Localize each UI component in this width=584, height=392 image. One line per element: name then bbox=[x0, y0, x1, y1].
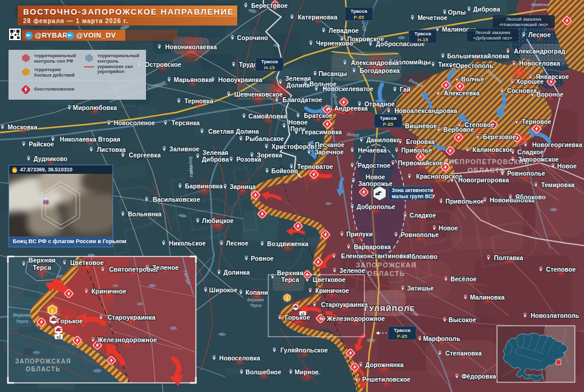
svg-text:Р-85: Р-85 bbox=[354, 15, 364, 20]
svg-text:Трасса: Трасса bbox=[394, 328, 411, 333]
svg-text:Егоровка: Егоровка bbox=[406, 139, 434, 145]
svg-text:Христофоровка: Христофоровка bbox=[271, 143, 321, 150]
svg-text:Горькое: Горькое bbox=[285, 314, 310, 321]
svg-text:Диброва: Диброва bbox=[202, 156, 229, 163]
svg-text:Александровка: Александровка bbox=[351, 60, 399, 66]
svg-text:Самойловка: Самойловка bbox=[248, 113, 287, 120]
svg-text:Лесное: Лесное bbox=[226, 240, 249, 247]
svg-text:Доброполье: Доброполье bbox=[356, 204, 395, 210]
svg-text:Андреевка: Андреевка bbox=[334, 105, 367, 112]
svg-text:Нечаевка: Нечаевка bbox=[358, 147, 387, 154]
svg-text:ЗАПОРОЖСКАЯ: ЗАПОРОЖСКАЯ bbox=[356, 261, 417, 269]
svg-text:Сергеевка: Сергеевка bbox=[129, 152, 161, 159]
svg-text:Новоселовка: Новоселовка bbox=[519, 60, 560, 67]
svg-text:Новое: Новое bbox=[288, 119, 308, 126]
svg-text:Лесной заказник: Лесной заказник bbox=[506, 16, 541, 22]
svg-text:Левадное: Левадное bbox=[328, 27, 359, 34]
svg-text:Терновое: Терновое bbox=[522, 119, 552, 125]
svg-text:1: 1 bbox=[51, 308, 54, 314]
svg-text:Новозлатополь: Новозлатополь bbox=[530, 312, 579, 319]
svg-text:Песчаное: Песчаное bbox=[315, 142, 345, 148]
svg-text:Марьяновка: Марьяновка bbox=[174, 77, 212, 83]
svg-text:Ровное: Ровное bbox=[251, 255, 274, 262]
svg-text:Писанцы: Писанцы bbox=[319, 70, 347, 77]
svg-text:Березовое: Березовое bbox=[483, 134, 516, 140]
svg-text:Яблоково: Яблоково bbox=[515, 194, 546, 201]
svg-text:Дудниково: Дудниково bbox=[33, 156, 68, 162]
svg-text:Зарница: Зарница bbox=[229, 184, 255, 190]
svg-text:Заливное: Заливное bbox=[169, 146, 200, 153]
svg-text:Братское: Братское bbox=[304, 112, 332, 119]
svg-text:Коломийцы: Коломийцы bbox=[394, 59, 431, 66]
svg-text:Калиновское: Калиновское bbox=[473, 146, 513, 153]
svg-text:Н-15: Н-15 bbox=[264, 65, 275, 70]
svg-text:Александроград: Александроград bbox=[514, 48, 566, 55]
svg-text:Староукраинка: Староукраинка bbox=[107, 314, 155, 321]
svg-text:Отрадное: Отрадное bbox=[364, 101, 395, 108]
svg-text:1: 1 bbox=[286, 296, 288, 300]
svg-text:Сладкое: Сладкое bbox=[409, 212, 436, 219]
svg-text:Зона активности: Зона активности bbox=[392, 188, 433, 193]
svg-text:Новое: Новое bbox=[557, 163, 577, 170]
svg-text:Гай: Гай bbox=[400, 86, 411, 93]
svg-text:Рыбальское: Рыбальское bbox=[245, 136, 284, 142]
svg-text:Красногорское: Красногорское bbox=[416, 173, 462, 180]
svg-text:Степановка: Степановка bbox=[445, 350, 482, 357]
svg-text:Барвиновка: Барвиновка bbox=[185, 183, 223, 190]
svg-text:Затишье: Затишье bbox=[407, 285, 434, 292]
svg-text:Криничное: Криничное bbox=[315, 287, 349, 294]
svg-text:Новоалександровка: Новоалександровка bbox=[394, 108, 457, 114]
svg-text:Марфополь: Марфополь bbox=[423, 335, 460, 342]
svg-text:Сладкое: Сладкое bbox=[517, 149, 544, 156]
svg-text:Терноватое: Терноватое bbox=[297, 163, 333, 170]
svg-text:Миролюбовка: Миролюбовка bbox=[73, 105, 117, 111]
svg-text:Первомайское: Первомайское bbox=[398, 160, 443, 167]
svg-text:Зеленое: Зеленое bbox=[152, 264, 179, 271]
svg-text:Гуляйпольское: Гуляйпольское bbox=[280, 347, 328, 354]
svg-text:Долинка: Долинка bbox=[223, 269, 250, 276]
svg-text:Сорочино: Сорочино bbox=[237, 35, 268, 41]
svg-text:Святопетровка: Святопетровка bbox=[109, 266, 158, 273]
svg-text:Криничное: Криничное bbox=[91, 287, 126, 295]
svg-text:Железнодорожное: Железнодорожное bbox=[326, 315, 385, 322]
svg-text:Новое: Новое bbox=[439, 225, 458, 232]
svg-text:Бойково: Бойково bbox=[271, 168, 298, 174]
svg-text:Листовка: Листовка bbox=[97, 146, 126, 153]
svg-text:ОБЛАСТЬ: ОБЛАСТЬ bbox=[26, 366, 60, 373]
svg-text:Копани: Копани bbox=[245, 289, 268, 296]
svg-text:Даниловка: Даниловка bbox=[366, 137, 400, 143]
svg-text:Николаевка Вторая: Николаевка Вторая bbox=[60, 136, 120, 143]
svg-text:Благодатное: Благодатное bbox=[282, 97, 322, 103]
svg-text:Еленоконстантиновка: Еленоконстантиновка bbox=[341, 253, 410, 260]
svg-text:Мирное: Мирное bbox=[294, 369, 319, 376]
svg-text:Розовка: Розовка bbox=[236, 156, 261, 163]
svg-text:Р-85: Р-85 bbox=[397, 334, 408, 339]
svg-text:Берестовое: Берестовое bbox=[251, 2, 288, 9]
svg-text:Терса: Терса bbox=[281, 277, 299, 283]
svg-text:Цветковое: Цветковое bbox=[313, 277, 346, 283]
svg-text:Васильковское: Васильковское bbox=[153, 196, 201, 203]
svg-text:Широкое: Широкое bbox=[209, 287, 238, 294]
svg-text:Высокое: Высокое bbox=[448, 317, 476, 323]
svg-text:Радостное: Радостное bbox=[358, 162, 391, 169]
svg-text:Волчье: Волчье bbox=[461, 76, 484, 83]
svg-text:Терса: Терса bbox=[249, 303, 261, 308]
svg-text:Богодаровка: Богодаровка bbox=[360, 67, 400, 74]
svg-text:Большемихайловка: Большемихайловка bbox=[447, 53, 509, 60]
svg-text:Новосоленое: Новосоленое bbox=[114, 120, 155, 126]
svg-text:Хорошее: Хорошее bbox=[516, 78, 544, 85]
svg-text:Темировка: Темировка bbox=[541, 182, 574, 188]
svg-text:Катериновка: Катериновка bbox=[297, 14, 338, 21]
svg-text:Прилуки: Прилуки bbox=[346, 231, 373, 238]
svg-text:Орестополь: Орестополь bbox=[456, 63, 493, 69]
svg-text:Лесное: Лесное bbox=[529, 32, 551, 38]
svg-text:Фёдоровка: Фёдоровка bbox=[461, 373, 496, 380]
svg-text:Волшебное: Волшебное bbox=[246, 369, 282, 376]
svg-text:Тихое: Тихое bbox=[438, 61, 456, 68]
svg-text:x2: x2 bbox=[57, 335, 61, 339]
svg-text:Герасимовка: Герасимовка bbox=[302, 129, 342, 136]
svg-text:Вороное: Вороное bbox=[537, 91, 564, 98]
svg-text:Новогригоровка: Новогригоровка bbox=[458, 177, 509, 184]
svg-text:ДНЕПРОПЕТРОВСКАЯ: ДНЕПРОПЕТРОВСКАЯ bbox=[443, 158, 530, 165]
svg-text:Светлая Долина: Светлая Долина bbox=[208, 128, 259, 135]
